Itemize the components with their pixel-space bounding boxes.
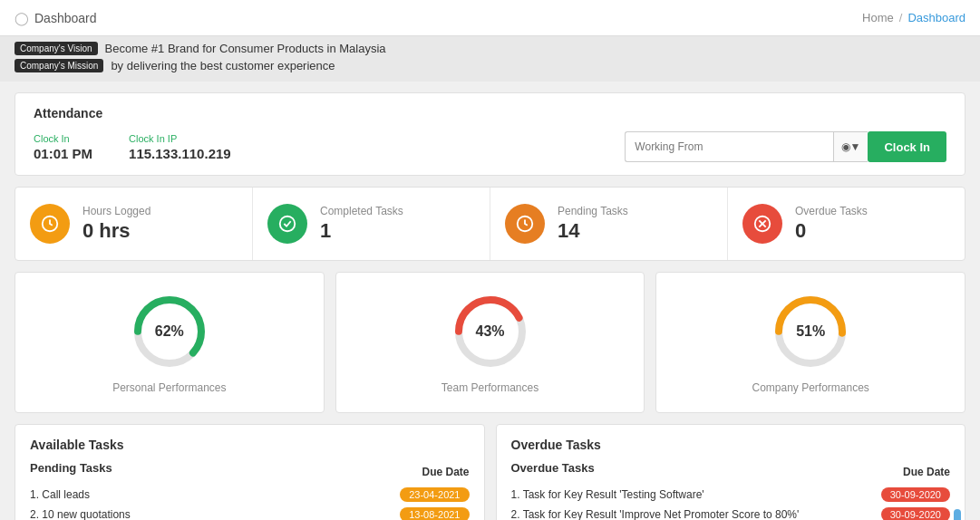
breadcrumb-home[interactable]: Home (862, 11, 894, 24)
team-percent: 43% (475, 323, 504, 340)
mission-banner-row: Company's Mission by delivering the best… (15, 59, 965, 72)
completed-info: Completed Tasks 1 (320, 205, 403, 243)
completed-value: 1 (320, 219, 403, 243)
task-due-1: 13-08-2021 (400, 507, 469, 520)
task-item-0: 1. Call leads 23-04-2021 (30, 487, 470, 502)
stat-pending-tasks: Pending Tasks 14 (490, 188, 728, 260)
topbar-title: Dashboard (34, 11, 97, 25)
overdue-due-0: 30-09-2020 (881, 487, 950, 502)
stat-overdue-tasks: Overdue Tasks 0 (728, 188, 965, 260)
clock-in-label: Clock In (34, 133, 92, 144)
overdue-item-0: 1. Task for Key Result 'Testing Software… (511, 487, 951, 502)
overdue-label: Overdue Tasks (795, 205, 868, 217)
overdue-tasks-title: Overdue Tasks (511, 438, 951, 452)
attendance-row: Clock In 01:01 PM Clock In IP 115.133.11… (34, 131, 946, 162)
main-content: Attendance Clock In 01:01 PM Clock In IP… (0, 82, 980, 520)
overdue-tasks-section-title: Overdue Tasks (511, 461, 595, 475)
overdue-info: Overdue Tasks 0 (795, 205, 868, 243)
personal-percent: 62% (155, 323, 184, 340)
vision-banner-row: Company's Vision Become #1 Brand for Con… (15, 42, 965, 55)
pending-icon (505, 204, 545, 244)
task-due-0: 23-04-2021 (400, 487, 469, 502)
task-name-1: 2. 10 new quotations (30, 508, 400, 520)
hours-label: Hours Logged (82, 205, 150, 217)
mission-text: by delivering the best customer experien… (111, 59, 335, 72)
personal-donut: 62% (129, 291, 210, 372)
stats-row: Hours Logged 0 hrs Completed Tasks 1 (15, 187, 965, 261)
completed-icon (267, 204, 307, 244)
clock-in-ip-label: Clock In IP (129, 133, 231, 144)
dropdown-icon: ◉▼ (841, 140, 861, 153)
company-performance-card: 51% Company Performances (655, 272, 965, 413)
completed-label: Completed Tasks (320, 205, 403, 217)
team-label: Team Performances (441, 381, 539, 394)
topbar: ◯ Dashboard Home / Dashboard (0, 0, 980, 36)
personal-performance-card: 62% Personal Performances (15, 272, 325, 413)
company-percent: 51% (796, 323, 825, 340)
breadcrumb-separator: / (899, 11, 903, 24)
task-item-1: 2. 10 new quotations 13-08-2021 (30, 507, 470, 520)
stat-hours-logged: Hours Logged 0 hrs (15, 188, 253, 260)
attendance-title: Attendance (34, 106, 946, 120)
mission-badge: Company's Mission (15, 59, 103, 72)
team-donut: 43% (450, 291, 531, 372)
overdue-value: 0 (795, 219, 868, 243)
vision-badge: Company's Vision (15, 42, 98, 55)
breadcrumb-current[interactable]: Dashboard (907, 11, 965, 24)
vision-text: Become #1 Brand for Consumer Products in… (105, 42, 386, 55)
scroll-indicator (954, 509, 961, 520)
hours-icon (30, 204, 70, 244)
overdue-due-1: 30-09-2020 (881, 507, 950, 520)
clock-in-button[interactable]: Clock In (868, 131, 946, 162)
overdue-icon (742, 204, 782, 244)
topbar-left: ◯ Dashboard (15, 11, 97, 25)
pending-value: 14 (558, 219, 628, 243)
company-label: Company Performances (752, 381, 868, 394)
overdue-due-date-header: Due Date (903, 466, 950, 478)
overdue-tasks-card: Overdue Tasks Overdue Tasks Due Date 1. … (496, 424, 966, 520)
team-performance-card: 43% Team Performances (335, 272, 645, 413)
pending-tasks-section-title: Pending Tasks (30, 461, 112, 475)
overdue-task-name-0: 1. Task for Key Result 'Testing Software… (511, 488, 704, 501)
hours-info: Hours Logged 0 hrs (82, 205, 150, 243)
overdue-item-1: 2. Task for Key Result 'Improve Net Prom… (511, 507, 951, 520)
overdue-task-name-1: 2. Task for Key Result 'Improve Net Prom… (511, 508, 800, 520)
pending-info: Pending Tasks 14 (558, 205, 628, 243)
clock-in-field: Clock In 01:01 PM (34, 133, 92, 161)
attendance-card: Attendance Clock In 01:01 PM Clock In IP… (15, 92, 965, 176)
clock-in-ip-field: Clock In IP 115.133.110.219 (129, 133, 231, 161)
performance-row: 62% Personal Performances 43% Team Perfo… (15, 272, 965, 413)
dashboard-nav-icon: ◯ (15, 11, 29, 25)
breadcrumb: Home / Dashboard (862, 11, 965, 24)
available-due-date-header: Due Date (422, 466, 469, 478)
available-tasks-card: Available Tasks Pending Tasks Due Date 1… (15, 424, 485, 520)
clock-in-ip-value: 115.133.110.219 (129, 146, 231, 161)
company-donut: 51% (770, 291, 851, 372)
personal-label: Personal Performances (112, 381, 226, 394)
banners: Company's Vision Become #1 Brand for Con… (0, 36, 980, 82)
working-from-dropdown[interactable]: ◉▼ (833, 131, 868, 162)
pending-label: Pending Tasks (558, 205, 628, 217)
tasks-row: Available Tasks Pending Tasks Due Date 1… (15, 424, 965, 520)
task-name-0: 1. Call leads (30, 488, 400, 501)
working-from-input[interactable] (625, 131, 832, 162)
working-from-group: ◉▼ Clock In (625, 131, 946, 162)
hours-value: 0 hrs (82, 219, 150, 243)
stat-completed-tasks: Completed Tasks 1 (253, 188, 490, 260)
available-tasks-title: Available Tasks (30, 438, 470, 452)
svg-point-1 (280, 217, 296, 232)
clock-in-value: 01:01 PM (34, 146, 92, 161)
